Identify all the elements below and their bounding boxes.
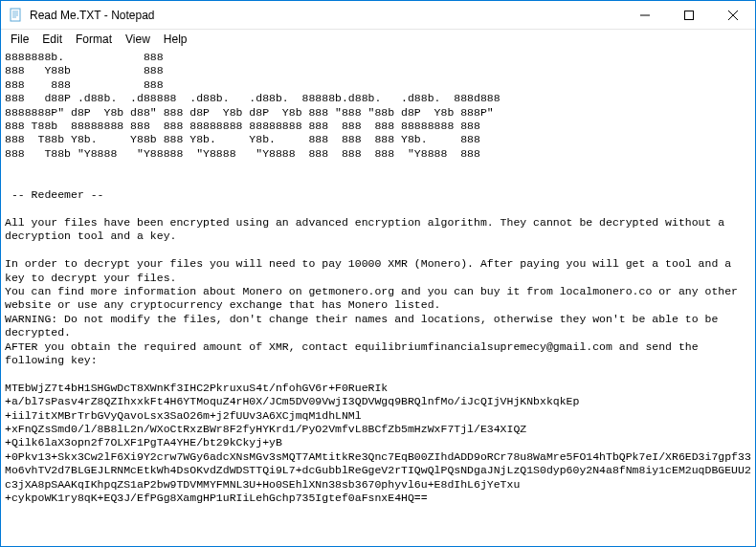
paragraph-intro: All your files have been encrypted using… xyxy=(5,216,731,242)
titlebar: Read Me.TXT - Notepad xyxy=(1,1,755,30)
menu-file[interactable]: File xyxy=(5,31,34,48)
notepad-icon xyxy=(9,8,24,23)
paragraph-payment: In order to decrypt your files you will … xyxy=(5,257,738,283)
menu-view[interactable]: View xyxy=(120,31,156,48)
close-button[interactable] xyxy=(711,1,755,29)
svg-rect-6 xyxy=(685,11,694,19)
svg-rect-0 xyxy=(11,9,20,21)
text-area[interactable]: 8888888b. 888 888 Y88b 888 888 888 888 8… xyxy=(1,49,755,546)
window-title: Read Me.TXT - Notepad xyxy=(30,9,623,22)
menu-help[interactable]: Help xyxy=(158,31,193,48)
minimize-button[interactable] xyxy=(623,1,667,29)
menu-format[interactable]: Format xyxy=(70,31,118,48)
section-header: -- Redeemer -- xyxy=(5,188,104,201)
paragraph-warning: WARNING: Do not modify the files, don't … xyxy=(5,313,724,339)
encryption-key: MTEbWjZ7t4bH1SHGwDcT8XWnKf3IHC2PkruxuS4t… xyxy=(5,382,751,504)
window-controls xyxy=(623,1,755,29)
paragraph-monero-info: You can find more information about Mone… xyxy=(5,285,745,311)
menu-edit[interactable]: Edit xyxy=(36,31,68,48)
menubar: File Edit Format View Help xyxy=(1,30,755,49)
maximize-button[interactable] xyxy=(667,1,711,29)
paragraph-contact: AFTER you obtain the required amount of … xyxy=(5,340,705,366)
ascii-art: 8888888b. 888 888 Y88b 888 888 888 888 8… xyxy=(5,51,500,160)
